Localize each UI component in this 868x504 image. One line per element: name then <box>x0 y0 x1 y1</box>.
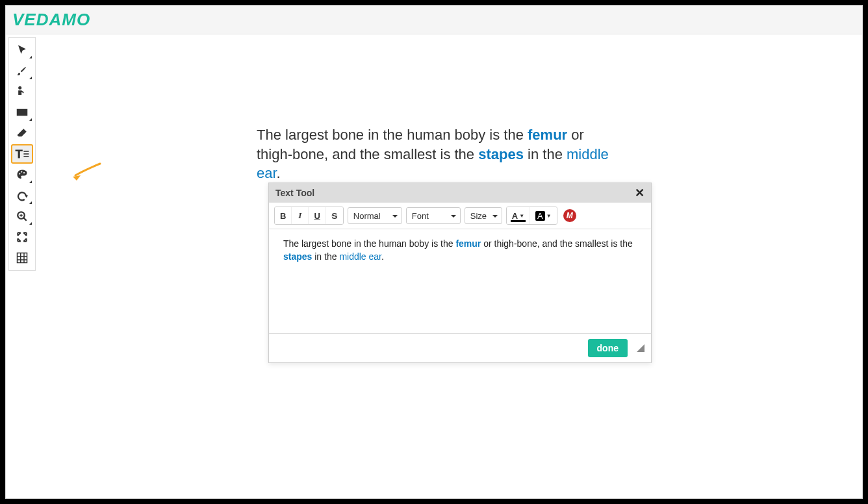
font-select-label: Font <box>412 211 429 221</box>
undo-icon <box>16 190 28 201</box>
text-fragment: in the <box>524 146 567 162</box>
text-fragment: . <box>381 251 384 262</box>
svg-point-6 <box>21 171 22 172</box>
brush-tool[interactable] <box>11 61 33 81</box>
format-select-label: Normal <box>353 211 381 221</box>
editor-toolbar: B I U S Normal Font Size A▼ A▼ M <box>269 203 651 229</box>
underline-button[interactable]: U <box>309 207 326 224</box>
zoom-icon <box>16 210 28 222</box>
text-tool-popup: Text Tool ✕ B I U S Normal Font Size <box>268 183 652 363</box>
bold-button[interactable]: B <box>275 207 292 224</box>
svg-rect-3 <box>23 153 29 155</box>
grid-tool[interactable] <box>11 248 33 268</box>
chevron-down-icon: ▼ <box>519 213 524 219</box>
svg-point-0 <box>18 86 21 90</box>
annotation-arrow-icon <box>71 161 103 181</box>
text-fragment: The largest bone in the human boby is th… <box>283 238 455 249</box>
text-fragment: The largest bone in the human boby is th… <box>257 127 528 143</box>
italic-button[interactable]: I <box>292 207 309 224</box>
color-group: A▼ A▼ <box>506 207 557 225</box>
canvas-text[interactable]: The largest bone in the human boby is th… <box>257 125 620 183</box>
text-fragment: in the <box>312 251 339 262</box>
text-color-swatch <box>511 220 526 222</box>
palette-tool[interactable] <box>11 165 33 184</box>
chevron-down-icon: ▼ <box>546 213 552 219</box>
zoom-tool[interactable] <box>11 207 33 226</box>
eraser-icon <box>16 127 28 139</box>
svg-rect-4 <box>23 156 29 157</box>
brush-icon <box>16 65 28 77</box>
app-window: VEDAMO <box>5 5 863 499</box>
keyword-middle-ear: middle ear <box>339 251 381 262</box>
undo-tool[interactable] <box>11 186 33 205</box>
tools-toolbar <box>8 37 36 271</box>
resize-handle[interactable] <box>637 344 645 352</box>
body: The largest bone in the human boby is th… <box>6 34 862 498</box>
svg-rect-2 <box>23 151 29 152</box>
popup-footer: done <box>269 333 651 362</box>
text-tool[interactable] <box>11 144 33 164</box>
palette-icon <box>16 169 29 181</box>
keyword-stapes: stapes <box>283 251 312 262</box>
eraser-tool[interactable] <box>11 123 33 143</box>
bg-color-button[interactable]: A▼ <box>530 207 557 224</box>
done-button[interactable]: done <box>588 339 628 357</box>
editor-content[interactable]: The largest bone in the human boby is th… <box>269 229 651 333</box>
header: VEDAMO <box>6 6 862 34</box>
presenter-icon <box>16 85 29 98</box>
shape-tool[interactable] <box>11 103 33 122</box>
cursor-icon <box>16 44 28 56</box>
maximize-button[interactable]: M <box>563 209 576 222</box>
popup-close-button[interactable]: ✕ <box>635 187 645 199</box>
canvas[interactable]: The largest bone in the human boby is th… <box>36 34 862 498</box>
keyword-stapes: stapes <box>478 146 524 162</box>
fit-icon <box>16 231 28 243</box>
popup-title: Text Tool <box>275 188 314 198</box>
presenter-tool[interactable] <box>11 82 33 101</box>
svg-rect-1 <box>17 109 28 116</box>
text-color-button[interactable]: A▼ <box>507 207 530 224</box>
svg-point-5 <box>19 173 20 174</box>
text-fragment: or thigh-bone, and the smallest is the <box>481 238 632 249</box>
maximize-icon: M <box>567 211 573 220</box>
select-tool[interactable] <box>11 40 33 60</box>
text-fragment: . <box>277 165 281 181</box>
keyword-femur: femur <box>455 238 481 249</box>
grid-icon <box>16 252 28 264</box>
popup-header[interactable]: Text Tool ✕ <box>269 183 651 203</box>
keyword-femur: femur <box>528 127 567 143</box>
close-icon: ✕ <box>635 186 645 199</box>
format-select[interactable]: Normal <box>348 207 402 224</box>
rectangle-icon <box>16 108 28 117</box>
size-select[interactable]: Size <box>465 207 502 224</box>
brand-logo: VEDAMO <box>12 10 856 30</box>
strike-button[interactable]: S <box>326 207 343 224</box>
text-style-group: B I U S <box>274 207 344 225</box>
svg-point-7 <box>23 172 25 173</box>
font-select[interactable]: Font <box>406 207 461 224</box>
size-select-label: Size <box>470 211 487 221</box>
text-icon <box>14 147 30 160</box>
fit-tool[interactable] <box>11 227 33 247</box>
